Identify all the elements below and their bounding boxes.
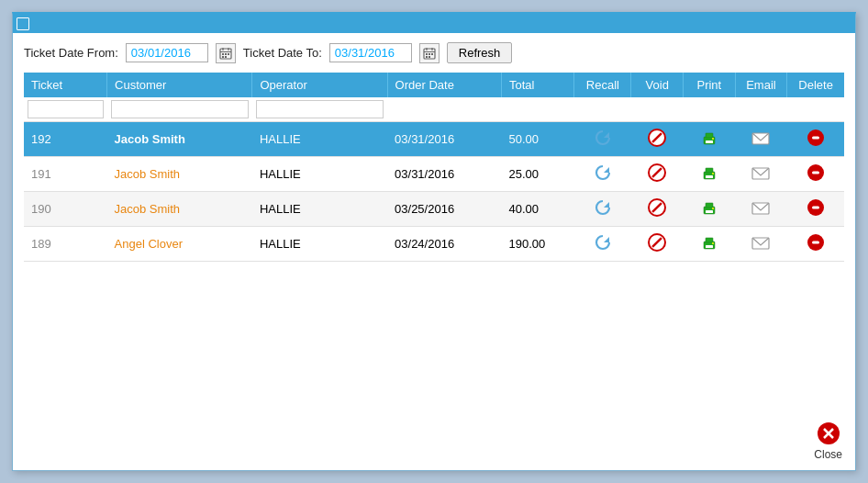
cell-recall — [574, 192, 631, 227]
svg-point-44 — [712, 208, 714, 209]
svg-rect-53 — [706, 245, 713, 248]
recall-icon[interactable] — [593, 197, 613, 218]
cell-print — [684, 227, 736, 262]
print-icon[interactable] — [699, 232, 719, 253]
cell-orderdate: 03/25/2016 — [387, 192, 501, 227]
cell-email — [735, 192, 787, 227]
cell-void — [631, 192, 684, 227]
delete-icon[interactable] — [806, 197, 826, 218]
cell-orderdate: 03/31/2016 — [387, 122, 501, 157]
refresh-button[interactable]: Refresh — [447, 42, 513, 63]
svg-rect-5 — [225, 53, 227, 55]
svg-rect-14 — [428, 53, 430, 55]
void-icon[interactable] — [647, 128, 667, 148]
main-window: Ticket Date From: Ticket Date To: — [12, 12, 856, 471]
date-from-label: Ticket Date From: — [24, 46, 118, 60]
col-header-print: Print — [684, 73, 736, 97]
cell-operator: HALLIE — [252, 157, 387, 192]
svg-rect-42 — [706, 203, 713, 208]
col-header-email: Email — [735, 73, 787, 97]
close-icon — [816, 421, 841, 446]
svg-rect-27 — [812, 137, 819, 140]
cell-print — [684, 192, 736, 227]
cell-recall — [574, 122, 631, 157]
filter-customer[interactable] — [111, 100, 249, 118]
svg-rect-6 — [228, 53, 229, 55]
email-icon[interactable] — [751, 197, 771, 218]
date-to-input[interactable] — [329, 43, 412, 62]
calendar-from-icon[interactable] — [216, 43, 236, 63]
filter-row — [24, 97, 844, 122]
svg-rect-4 — [222, 53, 224, 55]
cell-void — [631, 157, 684, 192]
cell-total: 190.00 — [502, 227, 574, 262]
svg-rect-8 — [225, 56, 227, 58]
table-row[interactable]: 189 Angel Clover HALLIE 03/24/2016 190.0… — [24, 227, 844, 262]
svg-rect-13 — [426, 53, 428, 55]
window-icon — [17, 17, 29, 30]
svg-rect-33 — [706, 175, 713, 178]
filter-operator[interactable] — [256, 100, 384, 118]
cell-total: 40.00 — [502, 192, 574, 227]
svg-marker-48 — [604, 237, 609, 242]
svg-marker-18 — [604, 132, 609, 138]
void-icon[interactable] — [647, 197, 667, 218]
cell-operator: HALLIE — [252, 227, 387, 262]
table-row[interactable]: 191 Jacob Smith HALLIE 03/31/2016 25.00 — [24, 157, 844, 192]
table-header-row: Ticket Customer Operator Order Date Tota… — [24, 73, 844, 97]
void-icon[interactable] — [647, 232, 667, 253]
cell-delete — [787, 122, 844, 157]
svg-marker-28 — [604, 167, 609, 173]
recall-icon[interactable] — [593, 128, 613, 148]
recall-icon[interactable] — [593, 232, 613, 253]
ticket-table: Ticket Customer Operator Order Date Tota… — [24, 73, 844, 262]
close-button[interactable]: Close — [814, 421, 842, 461]
svg-rect-43 — [706, 210, 713, 213]
cell-void — [631, 122, 684, 157]
void-icon[interactable] — [647, 163, 667, 183]
col-header-ticket: Ticket — [24, 73, 107, 97]
cell-ticket: 192 — [24, 122, 107, 157]
filter-ticket[interactable] — [28, 100, 104, 118]
calendar-to-icon[interactable] — [419, 43, 440, 63]
date-from-input[interactable] — [126, 43, 208, 62]
cell-orderdate: 03/24/2016 — [387, 227, 501, 262]
footer: Close — [814, 421, 842, 461]
delete-icon[interactable] — [806, 232, 826, 253]
email-icon[interactable] — [751, 128, 771, 148]
print-icon[interactable] — [699, 197, 719, 218]
svg-rect-57 — [812, 242, 819, 244]
col-header-customer: Customer — [107, 73, 252, 97]
cell-email — [735, 122, 787, 157]
cell-operator: HALLIE — [252, 192, 387, 227]
svg-rect-16 — [426, 56, 428, 58]
svg-point-34 — [712, 173, 714, 174]
cell-print — [684, 122, 736, 157]
table-row[interactable]: 190 Jacob Smith HALLIE 03/25/2016 40.00 — [24, 192, 844, 227]
cell-total: 25.00 — [502, 157, 574, 192]
table-row[interactable]: 192 Jacob Smith HALLIE 03/31/2016 50.00 — [24, 122, 844, 157]
cell-customer: Jacob Smith — [107, 122, 252, 157]
cell-ticket: 189 — [24, 227, 107, 262]
cell-ticket: 190 — [24, 192, 107, 227]
ticket-table-container: Ticket Customer Operator Order Date Tota… — [13, 73, 855, 262]
svg-point-54 — [712, 242, 714, 244]
svg-rect-23 — [706, 140, 713, 143]
cell-recall — [574, 157, 631, 192]
print-icon[interactable] — [699, 128, 719, 148]
svg-rect-17 — [428, 56, 430, 58]
cell-void — [631, 227, 684, 262]
email-icon[interactable] — [751, 232, 771, 253]
email-icon[interactable] — [751, 163, 771, 183]
delete-icon[interactable] — [806, 163, 826, 183]
print-icon[interactable] — [699, 163, 719, 183]
svg-rect-7 — [222, 56, 224, 58]
svg-point-24 — [712, 138, 714, 140]
col-header-operator: Operator — [252, 73, 387, 97]
delete-icon[interactable] — [806, 128, 826, 148]
col-header-recall: Recall — [574, 73, 631, 97]
svg-rect-32 — [706, 168, 713, 173]
recall-icon[interactable] — [593, 163, 613, 183]
cell-customer: Jacob Smith — [107, 157, 252, 192]
cell-customer: Angel Clover — [107, 227, 252, 262]
